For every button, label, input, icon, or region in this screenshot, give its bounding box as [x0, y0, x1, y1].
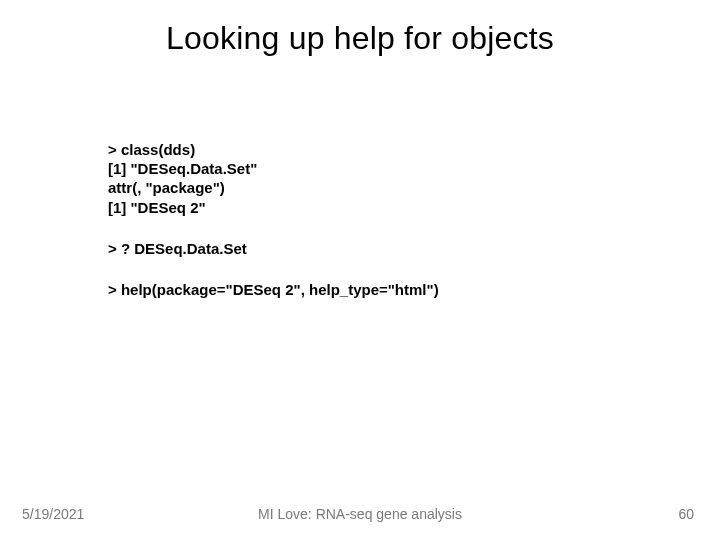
code-block-3: > help(package="DESeq 2", help_type="htm…: [108, 280, 628, 299]
footer-center: MI Love: RNA-seq gene analysis: [0, 506, 720, 522]
code-block-2: > ? DESeq.Data.Set: [108, 239, 628, 258]
footer-page-number: 60: [678, 506, 694, 522]
slide-body: > class(dds) [1] "DESeq.Data.Set" attr(,…: [108, 140, 628, 321]
slide-title: Looking up help for objects: [0, 20, 720, 57]
code-block-1: > class(dds) [1] "DESeq.Data.Set" attr(,…: [108, 140, 628, 217]
slide: Looking up help for objects > class(dds)…: [0, 0, 720, 540]
